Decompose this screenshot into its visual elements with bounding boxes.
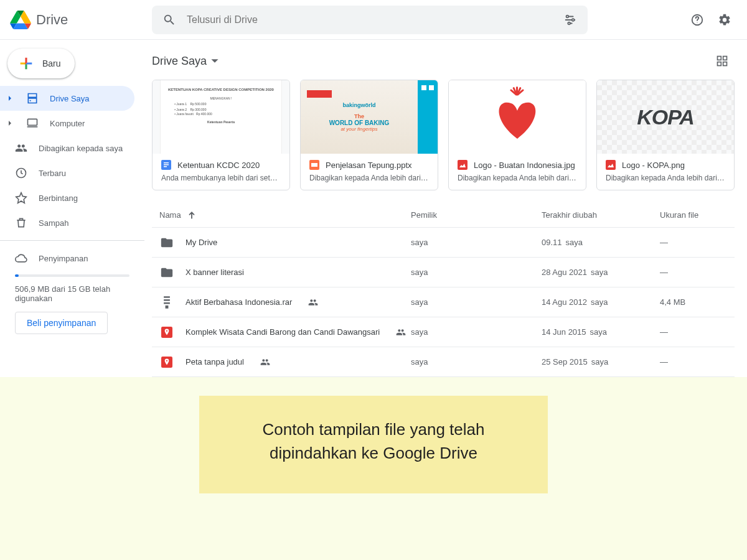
svg-rect-18: [458, 160, 467, 170]
computer-icon: [26, 117, 39, 129]
nav-list: Drive Saya Komputer Dibagikan kepada say…: [0, 86, 144, 235]
card-thumb: bakingwörld The WORLD OF BAKING at your …: [301, 80, 438, 154]
file-name: Peta tanpa judul: [186, 357, 244, 366]
docs-icon: [161, 160, 171, 170]
card-sub: Dibagikan kepada Anda lebih dari s…: [606, 174, 725, 182]
expand-icon[interactable]: [5, 95, 15, 101]
sidebar-item-label: Dibagikan kepada saya: [39, 144, 123, 153]
card-thumb: KOPA: [597, 80, 734, 154]
header-actions: [660, 7, 737, 32]
nav-storage: Penyimpanan: [0, 246, 144, 271]
plus-icon: [17, 55, 35, 72]
folder-icon: [159, 265, 174, 280]
col-owner-header[interactable]: Pemilik: [411, 210, 542, 220]
svg-point-0: [566, 15, 569, 17]
sidebar-item-shared[interactable]: Dibagikan kepada saya: [0, 136, 134, 161]
table-row[interactable]: Peta tanpa judulsaya25 Sep 2015saya—: [152, 347, 735, 377]
help-icon[interactable]: [685, 7, 710, 32]
sidebar-item-label: Sampah: [39, 218, 68, 228]
file-modified: 09.11saya: [542, 238, 660, 247]
search-bar: [152, 6, 588, 34]
col-size-header[interactable]: Ukuran file: [660, 210, 735, 220]
card-doc[interactable]: KETENTUAN KOPA CREATIVE DESIGN COMPETITI…: [152, 80, 290, 190]
file-modified: 14 Jun 2015saya: [542, 327, 660, 337]
col-modified-header[interactable]: Terakhir diubah: [542, 210, 660, 220]
col-name-header[interactable]: Nama: [152, 210, 411, 220]
sidebar-item-computers[interactable]: Komputer: [0, 111, 134, 136]
drive-app: Drive Baru: [0, 0, 747, 377]
logo[interactable]: Drive: [10, 11, 152, 29]
path-row: Drive Saya: [152, 46, 735, 76]
chevron-down-icon: [210, 57, 219, 65]
svg-point-2: [568, 22, 570, 24]
svg-rect-15: [164, 166, 167, 167]
search-input[interactable]: [182, 14, 558, 26]
sidebar-item-label: Drive Saya: [50, 94, 90, 103]
buy-storage-button[interactable]: Beli penyimpanan: [15, 312, 108, 334]
sidebar-item-starred[interactable]: Berbintang: [0, 185, 134, 210]
card-image-heart[interactable]: Logo - Buatan Indonesia.jpg Dibagikan ke…: [448, 80, 586, 190]
archive-icon: [159, 295, 174, 310]
shared-icon: [15, 142, 27, 154]
table-header: Nama Pemilik Terakhir diubah Ukuran file: [152, 203, 735, 228]
sidebar-item-my-drive[interactable]: Drive Saya: [0, 86, 134, 111]
settings-icon[interactable]: [712, 7, 737, 32]
expand-icon[interactable]: [5, 120, 15, 126]
sidebar-item-recent[interactable]: Terbaru: [0, 161, 134, 185]
trash-icon: [15, 217, 27, 229]
map-icon: [159, 355, 174, 370]
breadcrumb-label: Drive Saya: [152, 55, 207, 68]
table-row[interactable]: My Drivesaya09.11saya—: [152, 228, 735, 258]
file-size: —: [660, 238, 735, 247]
sidebar-item-storage[interactable]: Penyimpanan: [0, 246, 134, 271]
svg-rect-10: [718, 62, 721, 66]
file-modified: 28 Agu 2021saya: [542, 268, 660, 277]
card-thumb: [449, 80, 586, 154]
main: Drive Saya KETENTUAN KOPA CREATIVE DESIG…: [144, 40, 747, 377]
image-icon: [458, 160, 467, 170]
file-modified: 25 Sep 2015saya: [542, 357, 660, 366]
table-row[interactable]: X banner literasisaya28 Agu 2021saya—: [152, 258, 735, 287]
svg-rect-13: [164, 162, 169, 164]
grid-view-icon[interactable]: [710, 49, 735, 73]
new-button[interactable]: Baru: [7, 49, 75, 78]
file-size: —: [660, 268, 735, 277]
file-modified: 14 Agu 2012saya: [542, 297, 660, 307]
map-icon: [159, 325, 174, 340]
card-slides[interactable]: bakingwörld The WORLD OF BAKING at your …: [300, 80, 438, 190]
svg-rect-17: [311, 163, 317, 167]
file-owner: saya: [411, 268, 542, 277]
shared-badge-icon: [396, 327, 406, 337]
search-options-icon[interactable]: [558, 7, 583, 32]
file-size: —: [660, 357, 735, 366]
svg-rect-21: [164, 299, 170, 301]
file-name: Aktif Berbahasa Indonesia.rar: [186, 297, 292, 307]
svg-rect-6: [28, 119, 37, 125]
sidebar: Baru Drive Saya Komputer Dibagikan kepad…: [0, 40, 144, 377]
breadcrumb[interactable]: Drive Saya: [152, 55, 219, 68]
file-owner: saya: [411, 357, 542, 366]
new-button-label: Baru: [42, 58, 61, 68]
table-row[interactable]: Komplek Wisata Candi Barong dan Candi Da…: [152, 317, 735, 347]
card-image-kopa[interactable]: KOPA Logo - KOPA.png Dibagikan kepada An…: [596, 80, 735, 190]
card-title: Ketentuan KCDC 2020: [177, 161, 260, 170]
storage-summary: 506,9 MB dari 15 GB telah digunakan Beli…: [0, 271, 144, 338]
folder-icon: [159, 235, 174, 250]
header: Drive: [0, 0, 747, 40]
file-table: Nama Pemilik Terakhir diubah Ukuran file…: [152, 203, 735, 377]
table-row[interactable]: Aktif Berbahasa Indonesia.rarsaya14 Agu …: [152, 287, 735, 317]
svg-rect-22: [164, 302, 170, 304]
caption: Contoh tampilan file yang telah dipindah…: [199, 396, 548, 493]
storage-bar: [15, 274, 129, 277]
sidebar-item-label: Penyimpanan: [39, 254, 88, 263]
file-size: 4,4 MB: [660, 297, 735, 307]
cloud-icon: [15, 252, 27, 264]
svg-rect-19: [606, 160, 616, 170]
body: Baru Drive Saya Komputer Dibagikan kepad…: [0, 40, 747, 377]
sidebar-item-label: Berbintang: [39, 194, 78, 203]
card-title: Logo - Buatan Indonesia.jpg: [474, 161, 575, 170]
sidebar-item-trash[interactable]: Sampah: [0, 210, 134, 235]
search-icon[interactable]: [157, 7, 182, 32]
svg-rect-23: [166, 305, 169, 308]
file-name: My Drive: [186, 238, 217, 247]
